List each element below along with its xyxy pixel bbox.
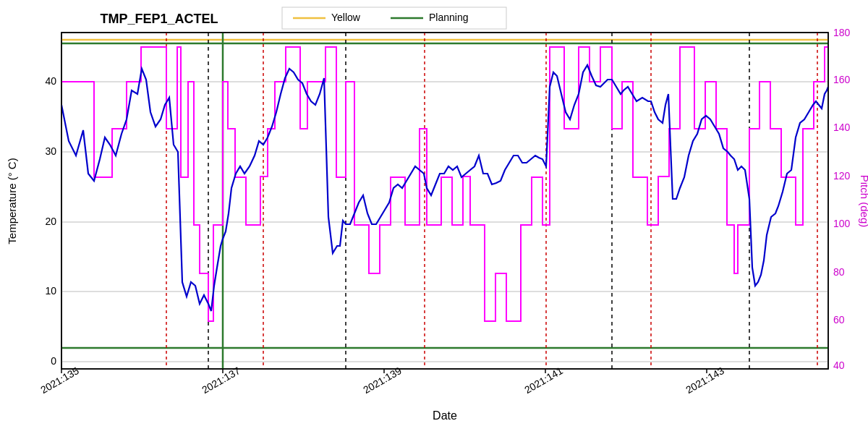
y-right-tick-100: 100 [833,218,851,229]
y-right-tick-60: 60 [833,314,845,326]
y-left-label: Temperature (° C) [6,158,18,244]
y-right-tick-120: 120 [833,170,851,182]
y-right-tick-80: 80 [833,266,845,278]
chart-container: 0 10 20 30 40 Temperature (° C) 40 60 80… [0,0,868,434]
x-label: Date [433,409,457,422]
y-right-tick-40: 40 [833,359,845,371]
y-right-tick-160: 160 [833,74,851,85]
y-right-tick-180: 180 [833,27,851,38]
planning-legend-label: Planning [429,12,469,23]
chart-title: TMP_FEP1_ACTEL [100,12,218,26]
y-tick-30: 30 [45,145,56,157]
y-tick-0: 0 [51,355,56,367]
y-right-tick-140: 140 [833,122,851,133]
y-right-label: Pitch (deg) [859,175,868,228]
y-tick-20: 20 [45,216,56,227]
y-tick-10: 10 [45,285,56,297]
y-tick-40: 40 [45,75,56,87]
main-chart: 0 10 20 30 40 Temperature (° C) 40 60 80… [0,0,868,434]
yellow-legend-label: Yellow [331,12,361,23]
